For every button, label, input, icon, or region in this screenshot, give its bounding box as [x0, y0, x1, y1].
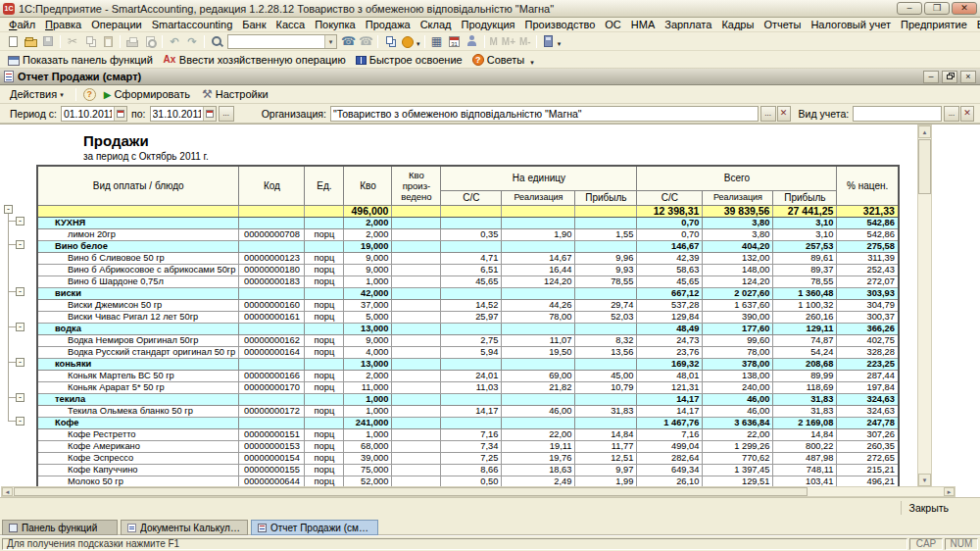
cell-name[interactable]: Кофе: [37, 417, 239, 428]
menu-item-salary[interactable]: Зарплата: [660, 19, 716, 30]
cell-prof2[interactable]: 74,87: [773, 334, 837, 346]
help-icon[interactable]: ?: [83, 88, 96, 101]
menu-item-edit[interactable]: Правка: [40, 19, 86, 30]
cell-prof2[interactable]: 3,10: [773, 228, 837, 240]
calculator-button[interactable]: [540, 33, 558, 49]
cell-qty_prod[interactable]: [392, 299, 441, 311]
cell-qty_prod[interactable]: [392, 252, 441, 264]
cell-name[interactable]: Коньяк Арарат 5* 50 гр: [37, 381, 239, 393]
goto-link-button[interactable]: [339, 33, 357, 49]
cell-margin[interactable]: 324,63: [837, 405, 899, 417]
cell-real1[interactable]: [502, 287, 575, 299]
cell-code[interactable]: 00000000166: [239, 370, 305, 381]
cell-qty_prod[interactable]: [392, 205, 441, 217]
cell-real1[interactable]: 46,00: [502, 405, 575, 417]
cell-code[interactable]: 00000000180: [239, 264, 305, 276]
cell-cs1[interactable]: 7,34: [441, 440, 502, 452]
cell-qty[interactable]: 42,000: [344, 287, 392, 299]
cell-qty[interactable]: 2,000: [344, 370, 392, 381]
cell-cs2[interactable]: 48,49: [637, 323, 703, 334]
cell-prof1[interactable]: 10,79: [575, 381, 637, 393]
menu-item-products[interactable]: Продукция: [457, 19, 520, 30]
cell-prof1[interactable]: [575, 323, 637, 334]
cell-prof2[interactable]: 257,53: [773, 240, 837, 252]
cell-cs2[interactable]: 45,65: [637, 276, 703, 287]
cell-prof1[interactable]: 11,77: [575, 440, 637, 452]
memory-recall-button[interactable]: M: [488, 33, 500, 49]
vertical-scroll-thumb[interactable]: [918, 139, 931, 194]
cell-real1[interactable]: 44,26: [502, 299, 575, 311]
show-function-panel-button[interactable]: Показать панель функций: [4, 52, 157, 68]
cell-qty_prod[interactable]: [392, 334, 441, 346]
cell-prof2[interactable]: 89,61: [773, 252, 837, 264]
cell-real1[interactable]: [502, 323, 575, 334]
cell-margin[interactable]: 303,93: [837, 287, 899, 299]
cell-prof2[interactable]: 748,11: [773, 464, 837, 476]
cell-name[interactable]: Водка Немиров Оригинал 50гр: [37, 334, 239, 346]
cell-real1[interactable]: [502, 393, 575, 405]
cell-code[interactable]: 00000000155: [239, 464, 305, 476]
cell-prof2[interactable]: 89,37: [773, 264, 837, 276]
cell-code[interactable]: [239, 205, 305, 217]
minimize-button[interactable]: –: [897, 2, 922, 15]
memory-minus-button[interactable]: M-: [517, 33, 533, 49]
organization-clear-button[interactable]: ✕: [777, 106, 791, 122]
cell-prof1[interactable]: 1,55: [575, 228, 637, 240]
cell-cs1[interactable]: 14,52: [441, 299, 502, 311]
cell-unit[interactable]: порц: [305, 452, 344, 464]
cell-qty_prod[interactable]: [392, 311, 441, 323]
cell-name[interactable]: Виски Чивас Ригал 12 лет 50гр: [37, 311, 239, 323]
cell-name[interactable]: коньяки: [37, 358, 239, 370]
cell-qty_prod[interactable]: [392, 381, 441, 393]
cell-real1[interactable]: 78,00: [502, 311, 575, 323]
cell-qty[interactable]: 1,000: [344, 276, 392, 287]
cell-real2[interactable]: 3 636,84: [703, 417, 773, 428]
cell-qty[interactable]: 241,000: [344, 417, 392, 428]
cell-unit[interactable]: [305, 217, 344, 228]
cell-cs1[interactable]: 4,71: [441, 252, 502, 264]
cell-qty_prod[interactable]: [392, 323, 441, 334]
cell-cs2[interactable]: 0,70: [637, 217, 703, 228]
search-box[interactable]: ▾: [227, 34, 337, 49]
cell-real1[interactable]: 124,20: [502, 276, 575, 287]
calendar-icon[interactable]: [203, 107, 216, 121]
print-button[interactable]: [123, 33, 141, 49]
cell-prof2[interactable]: 27 441,25: [773, 205, 837, 217]
cell-qty[interactable]: 1,000: [344, 405, 392, 417]
menu-item-purchase[interactable]: Покупка: [310, 19, 361, 30]
cell-margin[interactable]: 311,39: [837, 252, 899, 264]
cell-code[interactable]: [239, 417, 305, 428]
cell-real1[interactable]: 19,11: [502, 440, 575, 452]
cell-real2[interactable]: 1 299,26: [703, 440, 773, 452]
cell-cs2[interactable]: 1 467,76: [637, 417, 703, 428]
cell-cs2[interactable]: 58,63: [637, 264, 703, 276]
scroll-right-icon[interactable]: ►: [944, 487, 955, 496]
chevron-down-icon[interactable]: ▾: [416, 40, 420, 48]
maximize-button[interactable]: ❒: [924, 2, 950, 15]
cell-qty[interactable]: 13,000: [344, 323, 392, 334]
menu-item-budgets[interactable]: Бюджеты: [972, 19, 980, 30]
cell-cs2[interactable]: 23,76: [637, 346, 703, 358]
cell-prof1[interactable]: [575, 240, 637, 252]
cell-qty_prod[interactable]: [392, 452, 441, 464]
cell-prof1[interactable]: 52,03: [575, 311, 637, 323]
cell-real1[interactable]: 19,50: [502, 346, 575, 358]
cell-cs1[interactable]: 5,94: [441, 346, 502, 358]
cell-cs2[interactable]: 14,17: [637, 405, 703, 417]
scroll-left-icon[interactable]: ◄: [2, 487, 13, 496]
cell-code[interactable]: 00000000151: [239, 428, 305, 440]
cell-prof1[interactable]: 9,96: [575, 252, 637, 264]
cell-real2[interactable]: 1 637,60: [703, 299, 773, 311]
cell-prof2[interactable]: 54,24: [773, 346, 837, 358]
cell-margin[interactable]: 247,78: [837, 417, 899, 428]
cell-unit[interactable]: порц: [305, 276, 344, 287]
cell-qty_prod[interactable]: [392, 217, 441, 228]
cell-unit[interactable]: [305, 358, 344, 370]
collapse-group-icon[interactable]: -: [16, 287, 24, 296]
cell-code[interactable]: 00000000161: [239, 311, 305, 323]
quick-learning-button[interactable]: Быстрое освоение: [352, 52, 466, 68]
cell-qty_prod[interactable]: [392, 228, 441, 240]
cell-name[interactable]: Виски Джемисон 50 гр: [37, 299, 239, 311]
menu-item-intangible-assets[interactable]: НМА: [626, 19, 660, 30]
cell-prof1[interactable]: [575, 358, 637, 370]
